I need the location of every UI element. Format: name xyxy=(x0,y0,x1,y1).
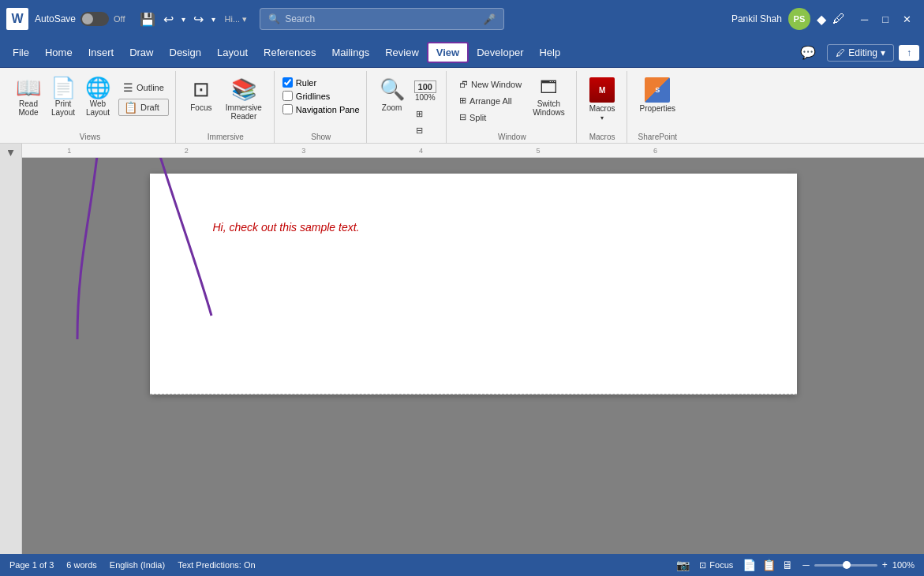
split-label: Split xyxy=(469,113,486,122)
ruler-marks: 1 2 3 4 5 6 xyxy=(22,144,924,157)
zoom-options: 100 100% ⊞ ⊟ ↔ xyxy=(411,77,440,154)
menu-item-insert[interactable]: Insert xyxy=(80,43,122,62)
macros-button[interactable]: M Macros ▾ xyxy=(585,74,620,125)
immersive-buttons: ⊡ Focus 📚 ImmersiveReader xyxy=(184,71,267,133)
menu-item-review[interactable]: Review xyxy=(377,43,427,62)
switch-windows-icon: 🗔 xyxy=(540,77,557,98)
redo-button[interactable]: ↪ xyxy=(190,10,207,28)
quick-access[interactable]: Hi... ▾ xyxy=(225,14,248,24)
gridlines-checkbox[interactable] xyxy=(282,91,293,101)
focus-button-status[interactable]: ⊡ Focus xyxy=(699,560,733,570)
zoom-button[interactable]: 🔍 Zoom xyxy=(375,74,410,115)
menu-item-draw[interactable]: Draw xyxy=(122,43,161,62)
switch-windows-label: SwitchWindows xyxy=(533,99,565,117)
window-content: 🗗 New Window ⊞ Arrange All ⊟ Split 🗔 Swi… xyxy=(455,71,570,133)
menu-item-layout[interactable]: Layout xyxy=(209,43,256,62)
arrow-1-path xyxy=(77,158,101,339)
focus-icon-status: ⊡ xyxy=(699,560,706,570)
undo-button[interactable]: ↩ xyxy=(160,10,177,28)
zoom-icon: 🔍 xyxy=(380,77,405,102)
web-layout-label: WebLayout xyxy=(86,99,110,117)
save-button[interactable]: 💾 xyxy=(135,12,160,27)
web-layout-button[interactable]: 🌐 WebLayout xyxy=(80,74,115,120)
maximize-button[interactable]: □ xyxy=(876,10,895,28)
zoom-100-button[interactable]: 100 100% xyxy=(411,77,440,105)
diamond-button[interactable]: ◆ xyxy=(817,12,826,27)
undo-dropdown[interactable]: ▾ xyxy=(178,13,189,25)
ruler-checkbox[interactable] xyxy=(282,77,293,88)
share-button[interactable]: ↑ xyxy=(899,45,919,61)
gridlines-checkbox-label[interactable]: Gridlines xyxy=(282,91,360,101)
redo-dropdown[interactable]: ▾ xyxy=(208,13,219,25)
macros-dropdown: ▾ xyxy=(600,114,604,122)
read-mode-button[interactable]: 📖 ReadMode xyxy=(11,74,46,120)
zoom-slider: ─ + 100% xyxy=(802,559,915,570)
split-button[interactable]: ⊟ Split xyxy=(455,110,526,125)
new-window-button[interactable]: 🗗 New Window xyxy=(455,77,526,92)
zoom-track[interactable] xyxy=(814,564,877,567)
outline-button[interactable]: ☰ Outline xyxy=(118,79,169,96)
focus-button[interactable]: ⊡ Focus xyxy=(184,74,219,115)
close-button[interactable]: ✕ xyxy=(896,10,918,28)
autosave-toggle[interactable] xyxy=(80,12,109,26)
menu-item-design[interactable]: Design xyxy=(162,43,209,62)
immersive-reader-button[interactable]: 📚 ImmersiveReader xyxy=(220,74,267,124)
menu-item-view[interactable]: View xyxy=(427,42,469,63)
arrange-all-icon: ⊞ xyxy=(459,95,466,106)
draft-button[interactable]: 📋 Draft xyxy=(118,99,169,116)
ruler-mark-6: 6 xyxy=(653,147,657,155)
focus-label-status: Focus xyxy=(709,560,733,570)
view-icon-3[interactable]: 🖥 xyxy=(782,559,793,571)
arrange-all-label: Arrange All xyxy=(469,96,512,106)
editing-button[interactable]: 🖊 Editing ▾ xyxy=(827,44,894,62)
minimize-button[interactable]: ─ xyxy=(855,10,874,28)
nav-pane-checkbox[interactable] xyxy=(282,104,293,114)
window-buttons-left: 🗗 New Window ⊞ Arrange All ⊟ Split xyxy=(455,77,526,125)
toggle-state: Off xyxy=(114,14,125,24)
multi-page-icon: ⊟ xyxy=(416,125,423,136)
ruler-checkbox-label[interactable]: Ruler xyxy=(282,77,360,88)
nav-pane-checkbox-label[interactable]: Navigation Pane xyxy=(282,104,360,114)
multi-page-button[interactable]: ⊟ xyxy=(411,123,440,138)
view-icon-1[interactable]: 📄 xyxy=(743,559,756,571)
one-page-button[interactable]: ⊞ xyxy=(411,107,440,122)
document-page[interactable]: Hi, check out this sample text. xyxy=(150,174,797,395)
word-count: 6 words xyxy=(66,560,97,570)
mic-icon[interactable]: 🎤 xyxy=(483,13,496,25)
ribbon-group-show: Ruler Gridlines Navigation Pane Show xyxy=(276,71,367,143)
view-icon-2[interactable]: 📋 xyxy=(762,559,776,571)
menu-item-file[interactable]: File xyxy=(5,43,37,62)
ribbon-group-macros: M Macros ▾ Macros xyxy=(578,71,627,143)
menu-item-home[interactable]: Home xyxy=(37,43,80,62)
ribbon-group-immersive: ⊡ Focus 📚 ImmersiveReader Immersive xyxy=(178,71,275,143)
macros-content: M Macros ▾ xyxy=(585,71,620,133)
zoom-100-label: 100% xyxy=(415,93,436,102)
doc-scroll[interactable]: Hi, check out this sample text. xyxy=(22,158,924,554)
comment-button[interactable]: 💬 xyxy=(794,43,822,62)
zoom-minus-button[interactable]: ─ xyxy=(802,559,810,570)
print-layout-button[interactable]: 📄 PrintLayout xyxy=(46,74,80,120)
window-label: Window xyxy=(498,133,526,143)
arrange-all-button[interactable]: ⊞ Arrange All xyxy=(455,93,526,108)
menu-item-help[interactable]: Help xyxy=(531,43,568,62)
switch-windows-button[interactable]: 🗔 SwitchWindows xyxy=(528,74,570,120)
search-input[interactable] xyxy=(285,13,480,24)
menu-item-mailings[interactable]: Mailings xyxy=(324,43,378,62)
macros-label: Macros xyxy=(589,133,615,143)
undo-redo-group: ↩ ▾ ↪ ▾ xyxy=(160,10,219,28)
nav-pane-label: Navigation Pane xyxy=(296,105,360,114)
ribbon-group-views: 📖 ReadMode 📄 PrintLayout 🌐 WebLayout xyxy=(5,71,176,143)
zoom-thumb[interactable] xyxy=(843,561,851,569)
right-menu: 💬 🖊 Editing ▾ ↑ xyxy=(794,43,919,62)
print-layout-label: PrintLayout xyxy=(51,99,75,117)
focus-icon: ⊡ xyxy=(193,77,210,102)
menu-item-references[interactable]: References xyxy=(256,43,324,62)
pen-button[interactable]: 🖊 xyxy=(832,12,845,26)
zoom-plus-button[interactable]: + xyxy=(882,559,888,570)
document-text[interactable]: Hi, check out this sample text. xyxy=(213,221,734,234)
ribbon-group-sharepoint: S Properties SharePoint xyxy=(629,71,687,143)
properties-button[interactable]: S Properties xyxy=(635,74,681,116)
camera-icon[interactable]: 📷 xyxy=(676,559,690,571)
search-icon: 🔍 xyxy=(268,13,280,24)
menu-item-developer[interactable]: Developer xyxy=(469,43,531,62)
